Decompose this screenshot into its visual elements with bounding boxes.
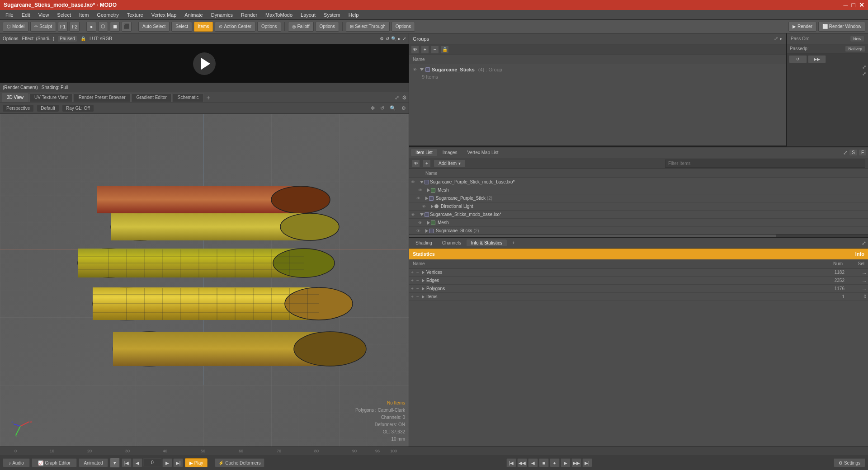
cache-deformers-btn[interactable]: ⚡ Cache Deformers <box>215 458 264 467</box>
pass-forward-btn[interactable]: ▶▶ <box>808 55 826 63</box>
pass-expand3-icon[interactable]: ⤢ <box>862 71 866 77</box>
settings-btn[interactable]: ⚙ Settings <box>834 458 865 467</box>
menu-maxtomodo[interactable]: MaxToModo <box>262 11 296 19</box>
select-edge-btn[interactable]: ⬡ <box>98 22 108 32</box>
trans-btn-2[interactable]: ◀◀ <box>517 458 527 467</box>
list-item[interactable]: 👁 Sugarcane_Purple_Stick_modo_base.lxo* <box>409 178 868 186</box>
action-center-btn[interactable]: ⊙ Action Center <box>215 22 255 32</box>
eye-icon-3[interactable]: 👁 <box>422 204 427 209</box>
add-tab-btn[interactable]: + <box>205 94 212 101</box>
stat-plus-polygons[interactable]: + <box>411 286 416 291</box>
menu-system[interactable]: System <box>320 11 344 19</box>
arrow-5[interactable] <box>427 221 430 225</box>
stat-plus-vertices[interactable]: + <box>411 270 416 275</box>
itemlist-f-btn[interactable]: F <box>859 150 866 155</box>
nativep-btn[interactable]: Nativep <box>845 46 865 52</box>
transport-next-btn[interactable]: ▶ <box>162 458 172 467</box>
eye-icon-2[interactable]: 👁 <box>416 196 422 201</box>
groups-more-icon[interactable]: ▸ <box>780 36 783 42</box>
stat-plus-items[interactable]: + <box>411 294 416 299</box>
eye-icon-6[interactable]: 👁 <box>416 229 422 233</box>
itemlist-expand-icon[interactable]: ⤢ <box>843 150 848 156</box>
f2-btn[interactable]: F2 <box>70 22 80 32</box>
tab-uv-texture[interactable]: UV Texture View <box>29 93 73 102</box>
items-btn[interactable]: Items <box>194 22 213 32</box>
stat-plus-edges[interactable]: + <box>411 278 416 283</box>
render-btn[interactable]: ▶ Render <box>788 22 816 32</box>
transport-prev-btn[interactable]: ◀ <box>132 458 142 467</box>
groups-add-btn[interactable]: + <box>421 46 429 54</box>
viewport-settings-icon[interactable]: ⚙ <box>402 94 407 101</box>
menu-texture[interactable]: Texture <box>123 11 147 19</box>
paused-badge[interactable]: Paused <box>58 36 77 42</box>
arrow-6[interactable] <box>425 229 428 233</box>
trans-btn-7[interactable]: ▶▶ <box>571 458 581 467</box>
menu-layout[interactable]: Layout <box>297 11 319 19</box>
trans-btn-1[interactable]: |◀ <box>506 458 516 467</box>
preview-zoom-in-icon[interactable]: 🔍 <box>391 36 396 41</box>
filter-items-input[interactable] <box>665 160 865 168</box>
groups-lock-btn[interactable]: 🔒 <box>441 46 449 54</box>
anim-arrow-down[interactable]: ▾ <box>110 458 120 468</box>
stat-minus-polygons[interactable]: − <box>416 286 422 291</box>
model-btn[interactable]: ⬡ Model <box>3 22 28 32</box>
preview-rotate-icon[interactable]: ↺ <box>386 36 389 41</box>
menu-file[interactable]: File <box>2 11 17 19</box>
tab-images[interactable]: Images <box>438 149 462 156</box>
tab-3dview[interactable]: 3D View <box>2 93 28 102</box>
preview-settings-icon[interactable]: ⚙ <box>380 36 384 41</box>
list-item[interactable]: 👁 Mesh <box>409 219 868 227</box>
tab-add[interactable]: + <box>508 240 519 246</box>
scrollbar-thumb[interactable] <box>409 235 776 237</box>
stat-arrow-edges[interactable] <box>422 279 425 282</box>
list-item[interactable]: 👁 Mesh <box>409 186 868 194</box>
groups-del-btn[interactable]: − <box>431 46 439 54</box>
viewport-zoom-icon[interactable]: 🔍 <box>390 105 396 111</box>
options-label[interactable]: Options <box>3 36 18 41</box>
arrow-1[interactable] <box>427 188 430 192</box>
tab-shading[interactable]: Shading <box>411 240 437 246</box>
arrow-4[interactable] <box>420 213 424 216</box>
eye-icon-4[interactable]: 👁 <box>411 212 416 217</box>
frame-input[interactable]: 0 <box>143 458 161 466</box>
pass-expand2-icon[interactable]: ⤢ <box>862 64 866 70</box>
menu-animate[interactable]: Animate <box>181 11 206 19</box>
trans-btn-5[interactable]: ● <box>550 458 560 467</box>
stat-row-edges[interactable]: + − Edges 2352 ... <box>409 277 868 285</box>
select-item-btn[interactable]: ⬛ <box>122 22 132 32</box>
trans-btn-4[interactable]: ■ <box>539 458 549 467</box>
preview-more-icon[interactable]: ▸ <box>398 36 401 41</box>
select-btn[interactable]: Select <box>171 22 192 32</box>
transport-end-btn[interactable]: ▶| <box>173 458 183 467</box>
audio-btn[interactable]: ♪ Audio <box>3 458 30 467</box>
ray-gl-label[interactable]: Ray GL: Off <box>62 105 94 112</box>
perspective-label[interactable]: Perspective <box>3 105 33 112</box>
stat-arrow-items[interactable] <box>422 295 425 299</box>
select-vert-btn[interactable]: ● <box>86 22 96 32</box>
menu-geometry[interactable]: Geometry <box>93 11 122 19</box>
stat-arrow-vertices[interactable] <box>422 271 425 274</box>
select-through-options-btn[interactable]: Options <box>392 22 415 32</box>
menu-item[interactable]: Item <box>75 11 92 19</box>
pass-new-btn[interactable]: New <box>850 36 864 42</box>
itemlist-add-btn[interactable]: + <box>423 160 431 168</box>
eye-icon-0[interactable]: 👁 <box>411 180 416 184</box>
arrow-2[interactable] <box>425 197 428 200</box>
viewport-rotate2-icon[interactable]: ↺ <box>380 105 384 111</box>
play-button[interactable] <box>193 52 216 75</box>
tab-gradient[interactable]: Gradient Editor <box>132 93 172 102</box>
close-btn[interactable]: ✕ <box>859 1 864 9</box>
stat-minus-items[interactable]: − <box>416 294 422 299</box>
viewport-gear-icon[interactable]: ⚙ <box>401 105 406 111</box>
list-item[interactable]: 👁 Sugarcane_Purple_Stick (2) <box>409 194 868 202</box>
list-item[interactable]: 👁 Sugarcane_Sticks (2) <box>409 227 868 234</box>
groups-expand-icon[interactable]: ⤢ <box>774 36 778 42</box>
stat-arrow-polygons[interactable] <box>422 287 425 291</box>
render-window-btn[interactable]: ⬜ Render Window <box>818 22 865 32</box>
menu-dynamics[interactable]: Dynamics <box>208 11 236 19</box>
options-btn[interactable]: Options <box>257 22 281 32</box>
tab-info-statistics[interactable]: Info & Statistics <box>467 240 507 246</box>
trans-btn-3[interactable]: ◀ <box>528 458 538 467</box>
3d-viewport[interactable]: No Items Polygons : Catmull-Clark Channe… <box>0 114 409 446</box>
list-item[interactable]: 👁 Directional Light <box>409 202 868 211</box>
